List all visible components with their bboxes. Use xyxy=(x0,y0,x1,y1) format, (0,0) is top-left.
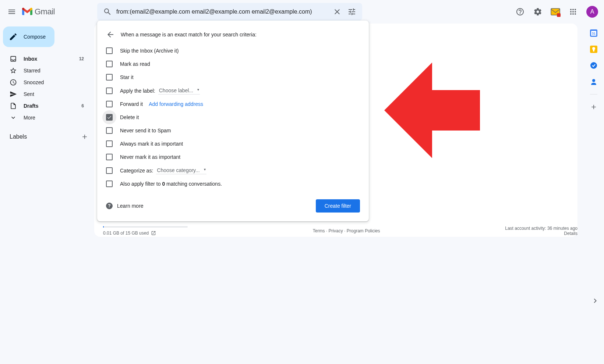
details-link[interactable]: Details xyxy=(564,231,577,236)
sidebar: Compose Inbox 12 Starred Snoozed Sent Dr… xyxy=(0,24,94,147)
search-options-button[interactable] xyxy=(345,4,359,19)
hide-side-panel-button[interactable] xyxy=(591,296,600,305)
labels-title: Labels xyxy=(10,133,27,140)
filter-checkbox[interactable] xyxy=(106,101,113,107)
storage-text: 0.01 GB of 15 GB used xyxy=(103,231,149,236)
keep-icon xyxy=(590,46,597,53)
add-label-button[interactable] xyxy=(81,133,88,140)
sidebar-item-starred[interactable]: Starred xyxy=(0,65,88,76)
filter-option-label: Apply the label: xyxy=(120,88,155,94)
filter-option-row: Never send it to Spam xyxy=(97,124,369,137)
nav-count: 12 xyxy=(79,56,84,61)
compose-label: Compose xyxy=(24,34,46,40)
pencil-icon xyxy=(9,32,18,41)
account-avatar[interactable]: A xyxy=(586,6,598,18)
gear-icon xyxy=(533,7,542,16)
keep-app-button[interactable] xyxy=(590,46,597,53)
search-input[interactable] xyxy=(115,8,330,15)
create-filter-panel: When a message is an exact match for you… xyxy=(97,21,369,221)
sidebar-item-inbox[interactable]: Inbox 12 xyxy=(0,53,88,65)
activity-text: Last account activity: 36 minutes ago xyxy=(505,226,577,231)
create-filter-button[interactable]: Create filter xyxy=(316,199,360,213)
get-addons-button[interactable] xyxy=(590,103,597,111)
tune-icon xyxy=(347,7,356,16)
gmail-logo[interactable]: Gmail xyxy=(22,7,55,17)
compose-button[interactable]: Compose xyxy=(3,26,54,47)
filter-checkbox[interactable] xyxy=(106,74,113,81)
search-clear-button[interactable] xyxy=(330,4,345,19)
filter-option-label: Forward it xyxy=(120,101,143,107)
plus-icon xyxy=(590,103,597,111)
chevron-down-icon xyxy=(10,114,17,121)
chevron-right-icon xyxy=(591,296,600,305)
policies-link[interactable]: Program Policies xyxy=(347,228,380,233)
sidebar-item-drafts[interactable]: Drafts 6 xyxy=(0,100,88,112)
settings-button[interactable] xyxy=(530,4,545,19)
search-icon[interactable] xyxy=(100,4,115,19)
nav-label: Inbox xyxy=(24,56,79,62)
mail-notification-button[interactable] xyxy=(548,4,563,19)
calendar-icon: 31 xyxy=(590,29,597,37)
gmail-logo-text: Gmail xyxy=(35,7,55,17)
calendar-app-button[interactable]: 31 xyxy=(590,29,597,37)
filter-checkbox[interactable] xyxy=(106,127,113,134)
svg-text:31: 31 xyxy=(592,32,596,35)
filter-option-label: Categorize as: xyxy=(120,168,153,174)
sidebar-item-snoozed[interactable]: Snoozed xyxy=(0,76,88,88)
open-in-new-icon[interactable] xyxy=(151,231,156,236)
filter-checkbox[interactable] xyxy=(106,167,113,174)
filter-option-row: Forward itAdd forwarding address xyxy=(97,97,369,111)
add-forwarding-link[interactable]: Add forwarding address xyxy=(149,101,203,107)
app-header: Gmail xyxy=(0,0,604,24)
sidebar-item-more[interactable]: More xyxy=(0,112,88,124)
side-panel: 31 xyxy=(583,24,604,111)
footer-activity: Last account activity: 36 minutes ago De… xyxy=(505,226,577,236)
notification-badge xyxy=(557,13,561,17)
filter-option-label: Delete it xyxy=(120,114,139,120)
filter-option-row: Apply the label:Choose label... xyxy=(97,84,369,97)
filter-option-label: Mark as read xyxy=(120,61,150,67)
filter-checkbox[interactable] xyxy=(106,154,113,160)
filter-checkbox[interactable] xyxy=(106,61,113,67)
search-bar xyxy=(97,3,362,21)
filter-option-row: Mark as read xyxy=(97,57,369,71)
contacts-app-button[interactable] xyxy=(590,78,597,85)
header-left: Gmail xyxy=(3,3,97,21)
support-button[interactable] xyxy=(513,4,527,19)
footer-links: Terms · Privacy · Program Policies xyxy=(313,228,380,233)
main-menu-button[interactable] xyxy=(3,3,21,21)
nav-list: Inbox 12 Starred Snoozed Sent Drafts 6 M… xyxy=(0,53,94,124)
gmail-logo-icon xyxy=(22,8,32,16)
send-icon xyxy=(10,90,17,98)
apps-button[interactable] xyxy=(566,4,580,19)
also-apply-label: Also apply filter to 0 matching conversa… xyxy=(120,181,222,187)
learn-more-label: Learn more xyxy=(117,203,144,209)
learn-more-link[interactable]: ? Learn more xyxy=(106,203,144,209)
sidebar-item-sent[interactable]: Sent xyxy=(0,88,88,100)
filter-checkbox[interactable] xyxy=(106,114,113,121)
filter-select-dropdown[interactable]: Choose category... xyxy=(156,167,206,174)
terms-link[interactable]: Terms xyxy=(313,228,325,233)
privacy-link[interactable]: Privacy xyxy=(328,228,343,233)
labels-header: Labels xyxy=(0,129,94,144)
star-icon xyxy=(10,67,17,74)
apps-grid-icon xyxy=(569,7,577,16)
filter-option-label: Never send it to Spam xyxy=(120,128,171,133)
filter-checkbox[interactable] xyxy=(106,140,113,147)
filter-checkbox[interactable] xyxy=(106,88,113,94)
nav-label: Drafts xyxy=(24,103,81,109)
side-divider xyxy=(590,94,597,94)
help-icon xyxy=(516,7,524,16)
nav-label: Starred xyxy=(24,68,84,74)
tasks-app-button[interactable] xyxy=(590,62,597,69)
plus-icon xyxy=(81,133,88,140)
header-right: A xyxy=(513,4,601,19)
filter-option-row: Never mark it as important xyxy=(97,150,369,164)
filter-select-dropdown[interactable]: Choose label... xyxy=(158,87,200,94)
filter-option-row: Skip the Inbox (Archive it) xyxy=(97,44,369,57)
filter-back-button[interactable] xyxy=(106,30,115,39)
filter-checkbox[interactable] xyxy=(106,181,113,187)
file-icon xyxy=(10,102,17,110)
filter-checkbox[interactable] xyxy=(106,47,113,54)
inbox-icon xyxy=(10,55,17,63)
